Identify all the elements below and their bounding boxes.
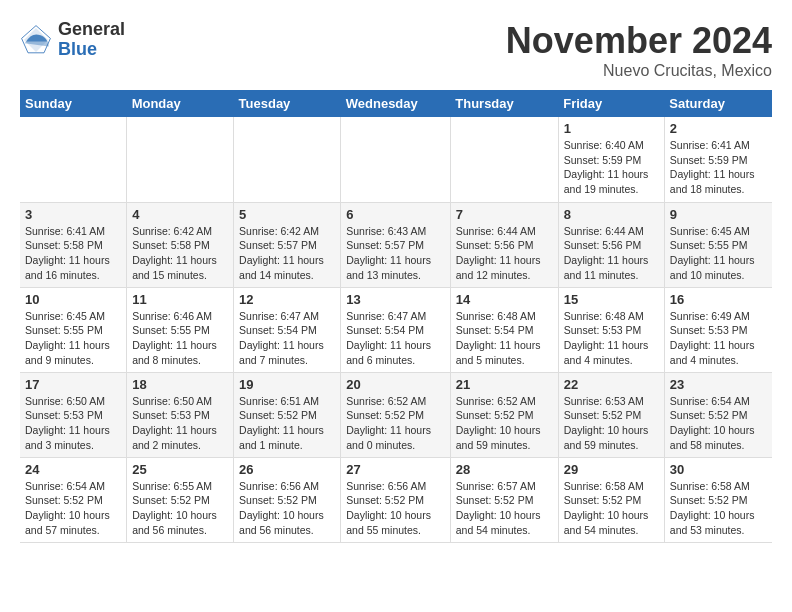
day-number: 20 [346, 377, 444, 392]
month-title: November 2024 [506, 20, 772, 62]
day-info: Sunrise: 6:55 AMSunset: 5:52 PMDaylight:… [132, 479, 228, 538]
week-row-4: 17Sunrise: 6:50 AMSunset: 5:53 PMDayligh… [20, 372, 772, 457]
calendar-cell: 22Sunrise: 6:53 AMSunset: 5:52 PMDayligh… [558, 372, 664, 457]
day-number: 30 [670, 462, 767, 477]
calendar-cell: 20Sunrise: 6:52 AMSunset: 5:52 PMDayligh… [341, 372, 450, 457]
location: Nuevo Crucitas, Mexico [506, 62, 772, 80]
day-number: 26 [239, 462, 335, 477]
calendar-cell: 23Sunrise: 6:54 AMSunset: 5:52 PMDayligh… [664, 372, 772, 457]
day-number: 22 [564, 377, 659, 392]
calendar-cell: 25Sunrise: 6:55 AMSunset: 5:52 PMDayligh… [127, 457, 234, 542]
day-number: 3 [25, 207, 121, 222]
day-number: 21 [456, 377, 553, 392]
day-number: 2 [670, 121, 767, 136]
day-number: 10 [25, 292, 121, 307]
day-number: 4 [132, 207, 228, 222]
calendar-table: SundayMondayTuesdayWednesdayThursdayFrid… [20, 90, 772, 543]
day-number: 1 [564, 121, 659, 136]
calendar-cell: 24Sunrise: 6:54 AMSunset: 5:52 PMDayligh… [20, 457, 127, 542]
weekday-header-wednesday: Wednesday [341, 90, 450, 117]
day-number: 29 [564, 462, 659, 477]
day-info: Sunrise: 6:44 AMSunset: 5:56 PMDaylight:… [564, 224, 659, 283]
day-number: 25 [132, 462, 228, 477]
calendar-cell: 11Sunrise: 6:46 AMSunset: 5:55 PMDayligh… [127, 287, 234, 372]
day-info: Sunrise: 6:56 AMSunset: 5:52 PMDaylight:… [346, 479, 444, 538]
day-number: 23 [670, 377, 767, 392]
calendar-cell: 30Sunrise: 6:58 AMSunset: 5:52 PMDayligh… [664, 457, 772, 542]
weekday-header-thursday: Thursday [450, 90, 558, 117]
calendar-cell: 13Sunrise: 6:47 AMSunset: 5:54 PMDayligh… [341, 287, 450, 372]
day-info: Sunrise: 6:41 AMSunset: 5:59 PMDaylight:… [670, 138, 767, 197]
calendar-cell: 8Sunrise: 6:44 AMSunset: 5:56 PMDaylight… [558, 202, 664, 287]
calendar-cell: 10Sunrise: 6:45 AMSunset: 5:55 PMDayligh… [20, 287, 127, 372]
calendar-cell: 16Sunrise: 6:49 AMSunset: 5:53 PMDayligh… [664, 287, 772, 372]
calendar-cell [450, 117, 558, 202]
week-row-3: 10Sunrise: 6:45 AMSunset: 5:55 PMDayligh… [20, 287, 772, 372]
day-info: Sunrise: 6:54 AMSunset: 5:52 PMDaylight:… [25, 479, 121, 538]
calendar-cell: 28Sunrise: 6:57 AMSunset: 5:52 PMDayligh… [450, 457, 558, 542]
calendar-cell: 26Sunrise: 6:56 AMSunset: 5:52 PMDayligh… [234, 457, 341, 542]
day-info: Sunrise: 6:45 AMSunset: 5:55 PMDaylight:… [670, 224, 767, 283]
day-number: 19 [239, 377, 335, 392]
calendar-cell [234, 117, 341, 202]
day-number: 15 [564, 292, 659, 307]
calendar-cell [341, 117, 450, 202]
day-info: Sunrise: 6:52 AMSunset: 5:52 PMDaylight:… [456, 394, 553, 453]
day-number: 6 [346, 207, 444, 222]
calendar-cell [20, 117, 127, 202]
day-info: Sunrise: 6:47 AMSunset: 5:54 PMDaylight:… [239, 309, 335, 368]
logo-text: General Blue [58, 20, 125, 60]
calendar-cell: 3Sunrise: 6:41 AMSunset: 5:58 PMDaylight… [20, 202, 127, 287]
day-info: Sunrise: 6:48 AMSunset: 5:54 PMDaylight:… [456, 309, 553, 368]
weekday-header-row: SundayMondayTuesdayWednesdayThursdayFrid… [20, 90, 772, 117]
page-header: General Blue November 2024 Nuevo Crucita… [20, 20, 772, 80]
day-info: Sunrise: 6:49 AMSunset: 5:53 PMDaylight:… [670, 309, 767, 368]
calendar-cell: 29Sunrise: 6:58 AMSunset: 5:52 PMDayligh… [558, 457, 664, 542]
day-number: 5 [239, 207, 335, 222]
day-number: 17 [25, 377, 121, 392]
day-info: Sunrise: 6:43 AMSunset: 5:57 PMDaylight:… [346, 224, 444, 283]
calendar-cell: 1Sunrise: 6:40 AMSunset: 5:59 PMDaylight… [558, 117, 664, 202]
day-info: Sunrise: 6:53 AMSunset: 5:52 PMDaylight:… [564, 394, 659, 453]
calendar-cell: 6Sunrise: 6:43 AMSunset: 5:57 PMDaylight… [341, 202, 450, 287]
day-info: Sunrise: 6:42 AMSunset: 5:57 PMDaylight:… [239, 224, 335, 283]
weekday-header-saturday: Saturday [664, 90, 772, 117]
day-number: 28 [456, 462, 553, 477]
weekday-header-monday: Monday [127, 90, 234, 117]
calendar-cell: 15Sunrise: 6:48 AMSunset: 5:53 PMDayligh… [558, 287, 664, 372]
calendar-cell: 27Sunrise: 6:56 AMSunset: 5:52 PMDayligh… [341, 457, 450, 542]
day-number: 12 [239, 292, 335, 307]
calendar-cell: 21Sunrise: 6:52 AMSunset: 5:52 PMDayligh… [450, 372, 558, 457]
logo: General Blue [20, 20, 125, 60]
day-number: 18 [132, 377, 228, 392]
week-row-2: 3Sunrise: 6:41 AMSunset: 5:58 PMDaylight… [20, 202, 772, 287]
day-number: 13 [346, 292, 444, 307]
day-number: 7 [456, 207, 553, 222]
day-info: Sunrise: 6:45 AMSunset: 5:55 PMDaylight:… [25, 309, 121, 368]
logo-general-text: General [58, 20, 125, 40]
weekday-header-tuesday: Tuesday [234, 90, 341, 117]
day-number: 11 [132, 292, 228, 307]
day-info: Sunrise: 6:58 AMSunset: 5:52 PMDaylight:… [670, 479, 767, 538]
title-block: November 2024 Nuevo Crucitas, Mexico [506, 20, 772, 80]
calendar-cell: 5Sunrise: 6:42 AMSunset: 5:57 PMDaylight… [234, 202, 341, 287]
day-info: Sunrise: 6:54 AMSunset: 5:52 PMDaylight:… [670, 394, 767, 453]
day-info: Sunrise: 6:40 AMSunset: 5:59 PMDaylight:… [564, 138, 659, 197]
week-row-5: 24Sunrise: 6:54 AMSunset: 5:52 PMDayligh… [20, 457, 772, 542]
calendar-cell: 4Sunrise: 6:42 AMSunset: 5:58 PMDaylight… [127, 202, 234, 287]
day-info: Sunrise: 6:58 AMSunset: 5:52 PMDaylight:… [564, 479, 659, 538]
day-number: 9 [670, 207, 767, 222]
day-info: Sunrise: 6:57 AMSunset: 5:52 PMDaylight:… [456, 479, 553, 538]
day-info: Sunrise: 6:41 AMSunset: 5:58 PMDaylight:… [25, 224, 121, 283]
day-info: Sunrise: 6:47 AMSunset: 5:54 PMDaylight:… [346, 309, 444, 368]
weekday-header-sunday: Sunday [20, 90, 127, 117]
day-info: Sunrise: 6:51 AMSunset: 5:52 PMDaylight:… [239, 394, 335, 453]
calendar-cell: 9Sunrise: 6:45 AMSunset: 5:55 PMDaylight… [664, 202, 772, 287]
calendar-cell: 17Sunrise: 6:50 AMSunset: 5:53 PMDayligh… [20, 372, 127, 457]
day-number: 14 [456, 292, 553, 307]
weekday-header-friday: Friday [558, 90, 664, 117]
day-number: 27 [346, 462, 444, 477]
calendar-cell: 12Sunrise: 6:47 AMSunset: 5:54 PMDayligh… [234, 287, 341, 372]
day-info: Sunrise: 6:42 AMSunset: 5:58 PMDaylight:… [132, 224, 228, 283]
day-info: Sunrise: 6:44 AMSunset: 5:56 PMDaylight:… [456, 224, 553, 283]
